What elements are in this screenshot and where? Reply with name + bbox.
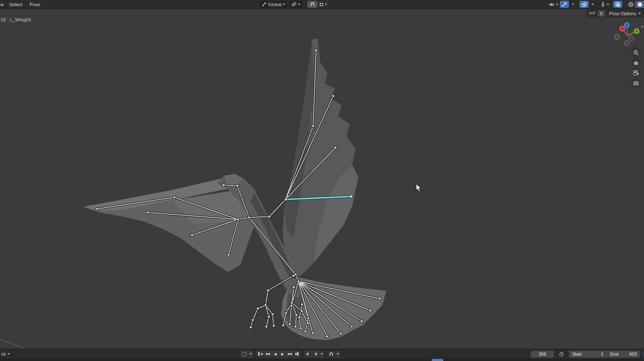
bone-joint[interactable] <box>300 310 303 313</box>
bone-joint[interactable] <box>191 234 194 237</box>
frame-step-dropdown[interactable] <box>319 351 324 358</box>
gizmo-axis-ball-negative[interactable] <box>614 34 619 39</box>
jump-to-start-button[interactable]: ▌◀ <box>257 351 264 358</box>
current-frame-field[interactable]: 356 <box>531 351 554 358</box>
bone-joint[interactable] <box>294 325 297 328</box>
show-gizmos-toggle[interactable] <box>560 1 569 8</box>
bone-joint[interactable] <box>300 327 303 330</box>
playback-menu-partial[interactable]: ck <box>0 352 10 356</box>
overlays-dropdown[interactable] <box>589 1 596 8</box>
bone[interactable] <box>253 308 258 320</box>
bone-joint[interactable] <box>264 304 267 307</box>
bone-joint[interactable] <box>301 303 304 306</box>
bone-joint[interactable] <box>326 335 329 338</box>
frame-end-field[interactable]: End 423 <box>607 351 640 358</box>
jump-to-end-button[interactable]: ▶▌ <box>293 351 301 358</box>
zoom-button[interactable] <box>631 48 641 57</box>
bone-joint[interactable] <box>291 302 293 304</box>
keying-dropdown[interactable] <box>248 351 253 358</box>
timeline-scrub-strip[interactable] <box>0 359 644 361</box>
snap-toggle-button[interactable] <box>307 1 317 8</box>
bone-joint[interactable] <box>360 320 363 323</box>
play-button[interactable]: ▶ <box>279 351 286 358</box>
bone-joint[interactable] <box>290 304 293 307</box>
mirror-x-toggle[interactable]: X <box>598 10 605 17</box>
next-keyframe-button[interactable]: ▶◆ <box>286 351 293 358</box>
viewport-canvas[interactable]: ZXY <box>0 0 644 361</box>
bone-joint[interactable] <box>315 49 318 52</box>
bone-joint[interactable] <box>307 317 310 320</box>
bone-joint[interactable] <box>304 330 307 333</box>
gizmo-axis-ball-negative[interactable] <box>624 41 629 46</box>
bone-joint[interactable] <box>351 325 353 328</box>
bone-joint[interactable] <box>334 146 337 149</box>
pan-button[interactable] <box>631 57 641 67</box>
bone-joint[interactable] <box>378 297 381 300</box>
preview-range-toggle[interactable] <box>558 351 565 358</box>
show-overlays-toggle[interactable] <box>580 1 589 8</box>
bone-joint[interactable] <box>298 316 301 319</box>
pivot-point-dropdown[interactable] <box>289 1 303 8</box>
bone-joint[interactable] <box>227 254 230 256</box>
bone-joint[interactable] <box>271 313 274 316</box>
prev-keyframe-button[interactable]: ◆◀ <box>264 351 271 358</box>
bone-joint[interactable] <box>285 312 288 315</box>
bone-joint[interactable] <box>292 274 295 277</box>
play-reverse-button[interactable]: ◀ <box>271 351 279 358</box>
menu-pose[interactable]: Pose <box>26 0 44 9</box>
bone-joint[interactable] <box>282 324 285 327</box>
visibility-eye-icon <box>548 2 555 7</box>
pose-options-dropdown[interactable]: Pose Options <box>607 11 641 16</box>
gizmo-axis-ball-negative[interactable] <box>629 36 634 41</box>
bone-joint[interactable] <box>250 326 252 329</box>
bone-joint[interactable] <box>252 319 254 322</box>
bone-joint[interactable] <box>257 307 259 310</box>
bone-joint[interactable] <box>369 309 372 312</box>
bone-joint[interactable] <box>96 208 99 210</box>
frame-start-field[interactable]: Start 1 <box>569 351 607 358</box>
bone-joint[interactable] <box>297 280 300 283</box>
bone-joint[interactable] <box>295 314 298 317</box>
shading-solid-button[interactable] <box>635 1 644 8</box>
bone-joint[interactable] <box>237 218 240 221</box>
bone[interactable] <box>269 200 285 217</box>
bone-joint[interactable] <box>293 286 296 289</box>
selected-bone-tip[interactable] <box>349 195 353 198</box>
bone-joint[interactable] <box>273 324 275 327</box>
sidebar-toggle-arrow[interactable] <box>641 22 643 29</box>
bone-joint[interactable] <box>307 322 309 325</box>
object-visibility-dropdown[interactable] <box>548 1 559 8</box>
menu-view-partial[interactable]: w <box>0 0 5 9</box>
selected-bone-root[interactable] <box>285 198 287 201</box>
bone-joint[interactable] <box>236 185 239 187</box>
bone-joint[interactable] <box>248 216 251 219</box>
bone-joint[interactable] <box>312 332 314 335</box>
timeline-snap-dropdown[interactable] <box>335 351 340 358</box>
frame-forward-button[interactable]: ▕▶ <box>312 351 319 358</box>
gizmos-dropdown[interactable] <box>570 1 576 8</box>
toggle-xray-button[interactable] <box>613 1 622 8</box>
snap-settings-dropdown[interactable] <box>317 1 329 8</box>
frame-back-button[interactable]: ◀▏ <box>304 351 312 358</box>
perspective-toggle-button[interactable] <box>631 78 641 88</box>
menu-select[interactable]: Select <box>5 0 26 9</box>
transform-orientation-dropdown[interactable]: Global <box>259 1 287 8</box>
bone-joint[interactable] <box>339 332 342 335</box>
bone-joint[interactable] <box>268 215 271 218</box>
camera-view-button[interactable] <box>631 68 641 78</box>
bone-joint[interactable] <box>265 325 268 328</box>
bone-joint[interactable] <box>147 211 149 214</box>
bone-joint[interactable] <box>332 95 335 98</box>
navigation-gizmo[interactable]: ZXY <box>614 22 639 46</box>
bone-joint[interactable] <box>268 315 270 318</box>
bone-joint[interactable] <box>289 323 291 326</box>
timeline-snap-toggle[interactable] <box>328 351 335 358</box>
shading-wireframe-button[interactable] <box>626 1 635 8</box>
bone-joint[interactable] <box>222 184 225 187</box>
playhead-marker[interactable] <box>432 359 443 361</box>
bone-joint[interactable] <box>173 196 176 199</box>
xray-settings-dropdown[interactable] <box>599 1 610 8</box>
bone-joint[interactable] <box>267 289 270 292</box>
auto-keying-toggle[interactable] <box>241 351 248 358</box>
bone-joint[interactable] <box>312 125 315 128</box>
